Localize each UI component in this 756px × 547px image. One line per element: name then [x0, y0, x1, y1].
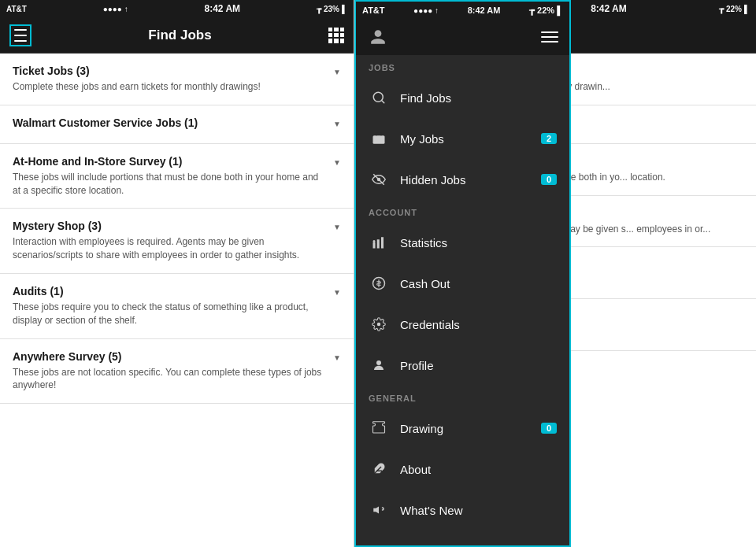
sidebar-item-find-jobs[interactable]: Find Jobs — [356, 77, 569, 118]
hamburger-line-2 — [14, 35, 27, 36]
list-item[interactable]: At-Home and In-Store Survey (1) These jo… — [0, 144, 354, 209]
svg-point-6 — [373, 240, 376, 242]
left-status-bar: AT&T ●●●● ↑ 8:42 AM ┲ 23% ▌ — [0, 0, 354, 17]
sidebar-item-drawing[interactable]: Drawing 0 — [356, 408, 569, 449]
page-title: Find Jobs — [148, 28, 211, 43]
job-list: Ticket Jobs (3) Complete these jobs and … — [0, 54, 354, 404]
menu-top-bar — [356, 19, 569, 55]
chevron-down-icon: ▼ — [333, 158, 341, 167]
hidden-icon — [369, 169, 389, 190]
sidebar-item-statistics[interactable]: Statistics — [356, 222, 569, 263]
list-item[interactable]: Anywhere Survey (5) These jobs are not l… — [0, 339, 354, 405]
job-title: Audits (1) — [13, 285, 327, 298]
sidebar-item-cash-out[interactable]: Cash Out — [356, 263, 569, 304]
list-item[interactable]: Walmart Customer Service Jobs (1) ▼ — [0, 105, 354, 144]
svg-point-8 — [377, 323, 381, 327]
hidden-jobs-badge: 0 — [541, 174, 557, 185]
dollar-icon — [369, 273, 389, 294]
user-icon — [369, 355, 389, 375]
svg-rect-4 — [377, 239, 380, 248]
svg-rect-3 — [373, 242, 376, 249]
screens-container: AT&T ●●●● ↑ 8:42 AM ┲ 23% ▌ Find Jobs — [0, 0, 756, 547]
my-jobs-badge: 2 — [541, 133, 557, 144]
sidebar-item-hidden-jobs[interactable]: Hidden Jobs 0 — [356, 159, 569, 200]
sidebar-item-label: Statistics — [400, 236, 557, 249]
job-title: Walmart Customer Service Jobs (1) — [13, 116, 327, 129]
svg-rect-5 — [381, 237, 384, 248]
chevron-down-icon: ▼ — [333, 353, 341, 362]
job-desc: Complete these jobs and earn tickets for… — [13, 80, 327, 94]
grid-button[interactable] — [328, 28, 344, 43]
menu-section-jobs: JOBS — [356, 55, 569, 77]
list-item[interactable]: Mystery Shop (3) Interaction with employ… — [0, 209, 354, 274]
phone-left: AT&T ●●●● ↑ 8:42 AM ┲ 23% ▌ Find Jobs — [0, 0, 354, 547]
svg-rect-0 — [373, 135, 385, 144]
chevron-down-icon: ▼ — [333, 120, 341, 128]
sidebar-item-label: About — [400, 463, 557, 476]
chevron-down-icon: ▼ — [333, 68, 341, 76]
left-battery: 23% — [324, 5, 339, 13]
menu-close-icon[interactable] — [541, 28, 558, 46]
sidebar-item-label: Drawing — [400, 422, 541, 435]
job-title: Mystery Shop (3) — [13, 220, 327, 232]
sidebar-item-label: Profile — [400, 359, 557, 372]
sidebar-item-label: Cash Out — [400, 277, 557, 290]
sidebar-item-label: My Jobs — [400, 132, 541, 146]
sidebar-item-whats-new[interactable]: What's New — [356, 490, 569, 530]
left-bluetooth-icon: ┲ — [317, 5, 321, 13]
job-desc: These jobs are not location specific. Yo… — [13, 366, 327, 393]
left-time: 8:42 AM — [205, 3, 241, 14]
sidebar-item-about[interactable]: About — [356, 449, 569, 490]
list-item[interactable]: Audits (1) These jobs require you to che… — [0, 274, 354, 339]
menu-battery: 22% — [537, 6, 554, 15]
list-item[interactable]: Ticket Jobs (3) Complete these jobs and … — [0, 54, 354, 105]
gear-icon — [369, 314, 389, 334]
phone-right: AT&T ●●●● ↑ 8:42 AM ┲ 22% ▌ ☰ Ticket Job… — [354, 0, 756, 547]
search-icon — [369, 87, 389, 108]
svg-point-9 — [376, 360, 381, 365]
sidebar-item-label: What's New — [400, 504, 557, 517]
menu-section-account: ACCOUNT — [356, 200, 569, 222]
menu-time: 8:42 AM — [468, 6, 501, 15]
sidebar-item-profile[interactable]: Profile — [356, 345, 569, 386]
sidebar-item-my-jobs[interactable]: My Jobs 2 — [356, 118, 569, 159]
puzzle-icon — [369, 459, 389, 479]
sidebar-item-label: Find Jobs — [400, 91, 557, 105]
briefcase-icon — [369, 128, 389, 149]
chevron-down-icon: ▼ — [333, 288, 341, 297]
megaphone-icon — [369, 500, 389, 520]
user-avatar-icon — [367, 26, 389, 48]
hamburger-button[interactable] — [9, 24, 32, 46]
ticket-icon — [369, 418, 389, 438]
menu-status-bar: AT&T ●●●● ↑ 8:42 AM ┲ 22% ▌ — [356, 2, 569, 19]
hamburger-line-3 — [14, 40, 27, 42]
stats-icon — [369, 232, 389, 253]
menu-carrier: AT&T — [362, 6, 385, 15]
left-battery-icon: ▌ — [342, 5, 347, 13]
sidebar-item-label: Credentials — [400, 318, 557, 331]
sidebar-item-label: Hidden Jobs — [400, 173, 541, 187]
left-nav-bar: Find Jobs — [0, 17, 354, 54]
chevron-down-icon: ▼ — [333, 223, 341, 231]
job-title: At-Home and In-Store Survey (1) — [13, 155, 327, 168]
menu-section-general: GENERAL — [356, 386, 569, 408]
side-menu: AT&T ●●●● ↑ 8:42 AM ┲ 22% ▌ — [354, 0, 571, 547]
job-title: Ticket Jobs (3) — [13, 65, 327, 77]
drawing-badge: 0 — [541, 423, 557, 434]
sidebar-item-credentials[interactable]: Credentials — [356, 304, 569, 345]
menu-bluetooth-icon: ┲ — [529, 6, 535, 15]
hamburger-line-1 — [14, 29, 27, 31]
job-desc: These jobs require you to check the stat… — [13, 301, 327, 327]
left-carrier: AT&T — [6, 5, 27, 13]
job-desc: Interaction with employees is required. … — [13, 235, 327, 262]
job-desc: These jobs will include portions that mu… — [13, 171, 327, 198]
menu-overlay: AT&T ●●●● ↑ 8:42 AM ┲ 22% ▌ — [354, 0, 756, 547]
job-title: Anywhere Survey (5) — [13, 350, 327, 363]
left-right-icons: ┲ 23% ▌ — [317, 5, 347, 13]
